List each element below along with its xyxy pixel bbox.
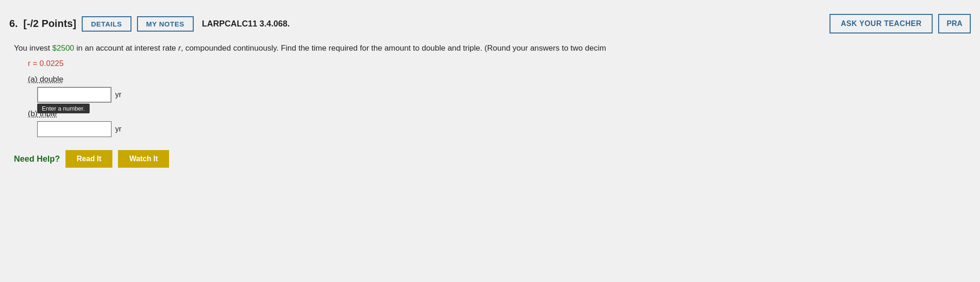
watch-it-button[interactable]: Watch It (118, 150, 169, 168)
tooltip: Enter a number. (37, 104, 90, 113)
page-container: 6. [-/2 Points] DETAILS MY NOTES LARPCAL… (0, 0, 980, 282)
details-button[interactable]: DETAILS (82, 16, 131, 32)
part-a-input[interactable] (37, 87, 111, 103)
part-b-input[interactable] (37, 121, 111, 137)
points-label: [-/2 Points] (23, 18, 76, 30)
problem-id: LARPCALC11 3.4.068. (202, 19, 290, 29)
need-help-section: Need Help? Read It Watch It (9, 150, 971, 168)
need-help-label: Need Help? (14, 154, 60, 164)
read-it-button[interactable]: Read It (65, 150, 112, 168)
part-b-unit: yr (115, 125, 121, 133)
question-number: 6. (9, 18, 18, 30)
part-a-input-row: yr Enter a number. (9, 87, 971, 103)
part-a-unit: yr (115, 91, 121, 99)
invest-amount: $2500 (52, 44, 74, 52)
ask-teacher-button[interactable]: ASK YOUR TEACHER (830, 14, 933, 33)
my-notes-button[interactable]: MY NOTES (137, 16, 194, 32)
rate-line: r = 0.0225 (9, 59, 971, 68)
pra-button[interactable]: PRA (938, 14, 971, 33)
part-b-label: (b) triple (9, 109, 971, 118)
part-a-label: (a) double (9, 75, 971, 84)
part-b-input-row: yr (9, 121, 971, 137)
question-body: You invest $2500 in an account at intere… (9, 42, 971, 54)
question-header: 6. [-/2 Points] DETAILS MY NOTES LARPCAL… (9, 14, 971, 33)
